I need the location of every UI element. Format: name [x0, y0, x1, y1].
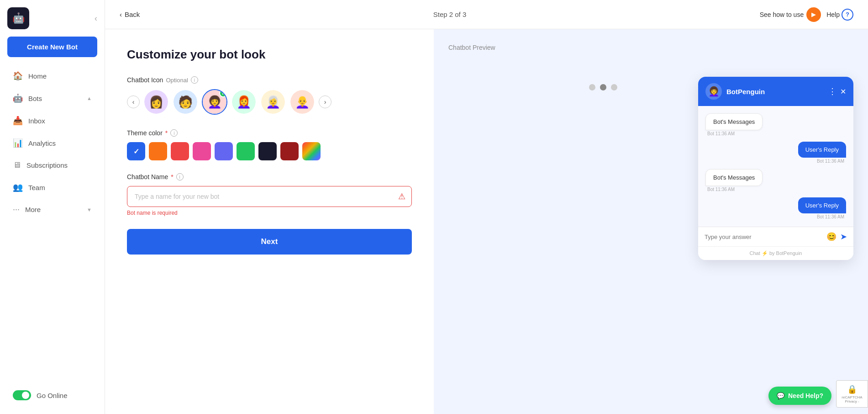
- sidebar-item-analytics[interactable]: 📊 Analytics: [4, 132, 101, 154]
- analytics-icon: 📊: [13, 138, 23, 148]
- go-online-toggle[interactable]: [13, 390, 31, 400]
- avatar-circle-5: 👩‍🦲: [290, 90, 314, 114]
- avatar-item-2[interactable]: 👩‍🦱 ✓: [202, 89, 227, 115]
- sidebar-item-more[interactable]: ··· More ▼: [4, 199, 101, 220]
- chat-message-1: User's Reply Bot 11:36 AM: [705, 142, 846, 164]
- emoji-icon[interactable]: 😊: [826, 232, 836, 242]
- avatar-item-3[interactable]: 👩‍🦰: [231, 89, 257, 115]
- sidebar-item-team[interactable]: 👥 Team: [4, 176, 101, 198]
- sidebar-item-subscriptions[interactable]: 🖥 Subscriptions: [4, 154, 101, 176]
- widget-menu-icon[interactable]: ⋮: [828, 86, 836, 96]
- sidebar-header: 🤖 ‹: [0, 7, 105, 37]
- help-button[interactable]: Help ?: [826, 9, 853, 21]
- bot-message-time-0: Bot 11:36 AM: [705, 131, 736, 136]
- widget-avatar: 👩‍🦱: [705, 83, 722, 100]
- chatbot-name-input-wrap: ⚠: [127, 186, 412, 207]
- next-button[interactable]: Next: [127, 229, 412, 255]
- color-swatch-rainbow[interactable]: [302, 142, 321, 160]
- send-icon[interactable]: ➤: [840, 232, 847, 242]
- step-dot-1: [589, 84, 595, 90]
- sidebar-nav: 🏠 Home 🤖 Bots ▲ 📥 Inbox 📊 Analytics 🖥 Su…: [0, 64, 105, 221]
- color-swatch-black[interactable]: [258, 142, 277, 160]
- bot-message-text-0: Bot's Messages: [705, 113, 763, 130]
- sidebar-item-bots[interactable]: 🤖 Bots ▲: [4, 87, 101, 109]
- step-indicator: Step 2 of 3: [433, 11, 467, 18]
- more-icon: ···: [13, 205, 20, 214]
- chatbot-name-section-label: Chatbot Name * i: [127, 173, 412, 180]
- avatar-circle-1: 🧑: [174, 90, 197, 114]
- sidebar-collapse-btn[interactable]: ‹: [95, 14, 97, 23]
- step-dot-3: [611, 84, 617, 90]
- avatar-list: 👩 🧑 👩‍🦱 ✓ 👩‍🦰 👩‍🦳: [143, 89, 315, 115]
- color-swatch-pink[interactable]: [193, 142, 211, 160]
- color-swatch-crimson[interactable]: [280, 142, 299, 160]
- avatar-item-1[interactable]: 🧑: [173, 89, 198, 115]
- theme-color-info[interactable]: i: [170, 129, 178, 137]
- sidebar: 🤖 ‹ Create New Bot 🏠 Home 🤖 Bots ▲ 📥 Inb…: [0, 0, 105, 414]
- color-swatch-orange[interactable]: [149, 142, 167, 160]
- avatar-item-5[interactable]: 👩‍🦲: [289, 89, 315, 115]
- team-icon: 👥: [13, 182, 23, 192]
- color-swatch-green[interactable]: [237, 142, 255, 160]
- sidebar-item-inbox[interactable]: 📥 Inbox: [4, 110, 101, 132]
- sidebar-item-label: Home: [28, 72, 92, 80]
- create-new-bot-button[interactable]: Create New Bot: [7, 37, 97, 57]
- step-dots: [589, 84, 617, 90]
- chatbot-icon-label: Chatbot Icon Optional i: [127, 76, 412, 84]
- preview-panel: Chatbot Preview 👩‍🦱 BotPenguin ⋮ ✕: [434, 29, 868, 414]
- help-label: Help: [826, 11, 840, 18]
- avatar-item-4[interactable]: 👩‍🦳: [260, 89, 286, 115]
- name-error-message: Bot name is required: [127, 210, 412, 216]
- color-swatch-red[interactable]: [171, 142, 189, 160]
- avatar-circle-4: 👩‍🦳: [261, 90, 285, 114]
- see-how-label: See how to use: [760, 11, 804, 18]
- avatar-circle-3: 👩‍🦰: [232, 90, 256, 114]
- recaptcha-badge: 🔒 reCAPTCHA Privacy -: [836, 380, 868, 408]
- topbar: ‹ Back Step 2 of 3 See how to use ▶ Help…: [105, 0, 868, 29]
- chatbot-preview-widget: 👩‍🦱 BotPenguin ⋮ ✕ Bot's Messages Bot 11…: [698, 77, 853, 260]
- chatbot-name-input[interactable]: [127, 186, 412, 207]
- inbox-icon: 📥: [13, 116, 23, 126]
- sidebar-item-label: More: [25, 206, 81, 213]
- chatbot-preview-label: Chatbot Preview: [448, 44, 495, 51]
- sidebar-item-label: Inbox: [28, 117, 92, 125]
- avatar-carousel: ‹ 👩 🧑 👩‍🦱 ✓ 👩‍🦰: [127, 89, 412, 115]
- sidebar-item-home[interactable]: 🏠 Home: [4, 65, 101, 87]
- widget-footer: 😊 ➤: [698, 227, 853, 246]
- help-circle-icon: ?: [842, 9, 853, 21]
- sidebar-item-label: Subscriptions: [26, 161, 92, 169]
- color-swatches: [127, 142, 412, 160]
- avatar-next-button[interactable]: ›: [319, 96, 331, 108]
- see-how-to-use-link[interactable]: See how to use ▶: [760, 7, 821, 22]
- color-swatch-indigo[interactable]: [215, 142, 233, 160]
- chat-message-3: User's Reply Bot 11:36 AM: [705, 197, 846, 219]
- back-button[interactable]: ‹ Back: [120, 11, 140, 18]
- avatar-circle-0: 👩: [144, 90, 168, 114]
- play-icon: ▶: [806, 7, 821, 22]
- avatar-item-0[interactable]: 👩: [143, 89, 169, 115]
- sidebar-item-label: Bots: [28, 95, 81, 102]
- chatbot-icon-info[interactable]: i: [191, 76, 198, 84]
- chatbot-name-info[interactable]: i: [176, 173, 184, 180]
- go-online-label: Go Online: [37, 392, 68, 399]
- avatar-prev-button[interactable]: ‹: [127, 96, 140, 108]
- back-arrow-icon: ‹: [120, 11, 122, 18]
- whatsapp-icon: 💬: [777, 392, 784, 399]
- step-dot-2: [600, 84, 606, 90]
- chat-message-2: Bot's Messages Bot 11:36 AM: [705, 169, 846, 192]
- sidebar-item-label: Analytics: [28, 139, 92, 147]
- color-swatch-blue[interactable]: [127, 142, 145, 160]
- widget-powered-by: Chat ⚡ by BotPenguin: [698, 246, 853, 260]
- need-help-button[interactable]: 💬 Need Help?: [768, 387, 831, 405]
- privacy-terms-text: Privacy -: [841, 399, 863, 403]
- chat-message-0: Bot's Messages Bot 11:36 AM: [705, 113, 846, 136]
- more-arrow-icon: ▼: [87, 207, 92, 212]
- bots-arrow-icon: ▲: [87, 96, 92, 101]
- widget-type-answer-input[interactable]: [705, 234, 823, 240]
- widget-close-icon[interactable]: ✕: [840, 87, 846, 96]
- recaptcha-icon: 🔒: [841, 384, 863, 394]
- topbar-right: See how to use ▶ Help ?: [760, 7, 853, 22]
- widget-header: 👩‍🦱 BotPenguin ⋮ ✕: [698, 77, 853, 106]
- go-online-toggle-row: Go Online: [4, 384, 101, 406]
- home-icon: 🏠: [13, 71, 23, 81]
